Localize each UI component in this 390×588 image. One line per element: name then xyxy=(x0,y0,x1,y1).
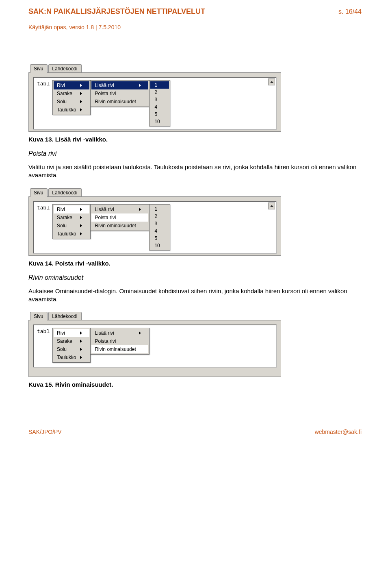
chevron-right-icon xyxy=(80,84,82,87)
context-menu-2: Lisää rivi Poista rivi Rivin ominaisuude… xyxy=(90,80,150,107)
menu-item-solu[interactable]: Solu xyxy=(54,222,89,230)
tab-sivu[interactable]: Sivu xyxy=(30,312,48,320)
chevron-right-icon xyxy=(139,331,141,335)
menu-num-10[interactable]: 10 xyxy=(150,118,169,125)
page-number: s. 16/44 xyxy=(338,8,362,15)
menu-label: Lisää rivi xyxy=(95,330,114,336)
menu-num-4[interactable]: 4 xyxy=(150,103,169,111)
context-menu-1: Rivi Sarake Solu Taulukko xyxy=(52,328,91,363)
chevron-right-icon xyxy=(139,208,141,211)
chevron-right-icon xyxy=(80,108,82,111)
chevron-right-icon xyxy=(80,224,82,227)
menu-item-solu[interactable]: Solu xyxy=(54,98,89,106)
figure-14: Sivu Lähdekoodi tabl Rivi Sarake Solu Ta… xyxy=(28,187,281,256)
menu-label: Rivin ominaisuudet xyxy=(95,346,136,352)
context-menu-3: 1 2 3 4 5 10 xyxy=(149,204,170,250)
editor-area[interactable]: tabl Rivi Sarake Solu Taulukko Lisää riv… xyxy=(33,77,277,130)
menu-num-1[interactable]: 1 xyxy=(150,205,169,213)
figure-13: Sivu Lähdekoodi tabl Rivi Sarake Solu Ta… xyxy=(28,63,281,132)
menu-label: Rivin ominaisuudet xyxy=(95,99,136,105)
chevron-right-icon xyxy=(80,208,82,211)
menu-label: Solu xyxy=(57,346,67,352)
section-rivin-omin-heading: Rivin ominaisuudet xyxy=(28,274,362,281)
tab-lahdekoodi[interactable]: Lähdekoodi xyxy=(48,188,82,197)
context-menu-1: Rivi Sarake Solu Taulukko xyxy=(52,204,91,239)
section-poista-rivi-heading: Poista rivi xyxy=(28,150,362,157)
menu-num-2[interactable]: 2 xyxy=(150,213,169,220)
editor-tabs: Sivu Lähdekoodi xyxy=(28,63,281,72)
menu-item-rivi[interactable]: Rivi xyxy=(54,205,89,213)
chevron-right-icon xyxy=(80,216,82,219)
menu-item-poista-rivi[interactable]: Poista rivi xyxy=(91,89,148,98)
chevron-right-icon xyxy=(139,84,141,87)
page-header: SAK:N PAIKALLISJÄRJESTÖJEN NETTIPALVELUT… xyxy=(28,7,362,16)
menu-num-4[interactable]: 4 xyxy=(150,227,169,235)
menu-item-rivin-ominaisuudet[interactable]: Rivin ominaisuudet xyxy=(91,345,148,353)
menu-label: Solu xyxy=(57,223,67,229)
menu-label: Lisää rivi xyxy=(95,83,114,88)
chevron-right-icon xyxy=(80,232,82,235)
tab-lahdekoodi[interactable]: Lähdekoodi xyxy=(48,312,82,320)
tab-lahdekoodi[interactable]: Lähdekoodi xyxy=(48,64,82,73)
menu-item-sarake[interactable]: Sarake xyxy=(54,337,89,345)
scroll-up-icon[interactable] xyxy=(268,78,275,85)
menu-label: Poista rivi xyxy=(95,91,116,96)
menu-item-rivin-ominaisuudet[interactable]: Rivin ominaisuudet xyxy=(91,98,148,106)
menu-item-taulukko[interactable]: Taulukko xyxy=(54,353,89,362)
menu-item-lisaa-rivi[interactable]: Lisää rivi xyxy=(91,205,148,213)
context-menu-1: Rivi Sarake Solu Taulukko xyxy=(52,80,91,115)
menu-num-2[interactable]: 2 xyxy=(150,89,169,96)
menu-num-5[interactable]: 5 xyxy=(150,235,169,242)
menu-item-lisaa-rivi[interactable]: Lisää rivi xyxy=(91,329,148,337)
menu-item-taulukko[interactable]: Taulukko xyxy=(54,230,89,238)
menu-num-1[interactable]: 1 xyxy=(150,81,169,89)
doc-subtitle: Käyttäjän opas, versio 1.8 | 7.5.2010 xyxy=(28,24,362,30)
editor-tabs: Sivu Lähdekoodi xyxy=(28,187,281,196)
chevron-right-icon xyxy=(80,331,82,335)
menu-item-solu[interactable]: Solu xyxy=(54,345,89,353)
chevron-right-icon xyxy=(80,340,82,343)
tab-sivu[interactable]: Sivu xyxy=(30,64,48,73)
menu-item-sarake[interactable]: Sarake xyxy=(54,213,89,222)
editor-area[interactable]: tabl Rivi Sarake Solu Taulukko Lisää riv… xyxy=(33,201,277,254)
menu-label: Taulukko xyxy=(57,107,76,113)
scroll-up-icon[interactable] xyxy=(268,203,275,209)
context-menu-cascade: Rivi Sarake Solu Taulukko Lisää rivi Poi… xyxy=(52,80,170,126)
menu-num-3[interactable]: 3 xyxy=(150,220,169,227)
menu-label: Sarake xyxy=(57,91,72,96)
menu-item-lisaa-rivi[interactable]: Lisää rivi xyxy=(91,81,148,89)
menu-item-poista-rivi[interactable]: Poista rivi xyxy=(91,213,148,222)
menu-num-3[interactable]: 3 xyxy=(150,96,169,103)
menu-item-rivi[interactable]: Rivi xyxy=(54,329,89,337)
editor-tabs: Sivu Lähdekoodi xyxy=(28,311,281,320)
menu-label: Rivin ominaisuudet xyxy=(95,223,136,229)
menu-label: Taulukko xyxy=(57,355,76,360)
figure-13-caption: Kuva 13. Lisää rivi -valikko. xyxy=(28,136,362,143)
menu-num-5[interactable]: 5 xyxy=(150,111,169,118)
chevron-right-icon xyxy=(80,356,82,359)
editor-area[interactable]: tabl Rivi Sarake Solu Taulukko Lisää riv… xyxy=(33,324,277,368)
menu-item-rivin-ominaisuudet[interactable]: Rivin ominaisuudet xyxy=(91,222,148,230)
context-menu-cascade: Rivi Sarake Solu Taulukko Lisää rivi Poi… xyxy=(52,328,149,363)
doc-title: SAK:N PAIKALLISJÄRJESTÖJEN NETTIPALVELUT xyxy=(28,7,205,16)
menu-item-taulukko[interactable]: Taulukko xyxy=(54,106,89,114)
menu-label: Lisää rivi xyxy=(95,207,114,212)
menu-label: Rivi xyxy=(57,83,65,88)
menu-label: Rivi xyxy=(57,207,65,212)
figure-15-caption: Kuva 15. Rivin ominaisuudet. xyxy=(28,381,362,388)
menu-label: Sarake xyxy=(57,338,72,344)
chevron-right-icon xyxy=(80,348,82,351)
menu-num-10[interactable]: 10 xyxy=(150,242,169,249)
menu-item-poista-rivi[interactable]: Poista rivi xyxy=(91,337,148,345)
context-menu-2: Lisää rivi Poista rivi Rivin ominaisuude… xyxy=(90,204,150,231)
editor-content-text: tabl xyxy=(37,329,50,335)
menu-label: Rivi xyxy=(57,330,65,336)
figure-14-caption: Kuva 14. Poista rivi -valikko. xyxy=(28,260,362,267)
tab-sivu[interactable]: Sivu xyxy=(30,188,48,197)
menu-label: Poista rivi xyxy=(95,338,116,344)
menu-label: Taulukko xyxy=(57,231,76,237)
menu-item-rivi[interactable]: Rivi xyxy=(54,81,89,89)
menu-item-sarake[interactable]: Sarake xyxy=(54,89,89,98)
section-poista-rivi-body: Valittu rivi ja sen sisältö poistetaan t… xyxy=(28,163,362,180)
menu-label: Sarake xyxy=(57,215,72,220)
